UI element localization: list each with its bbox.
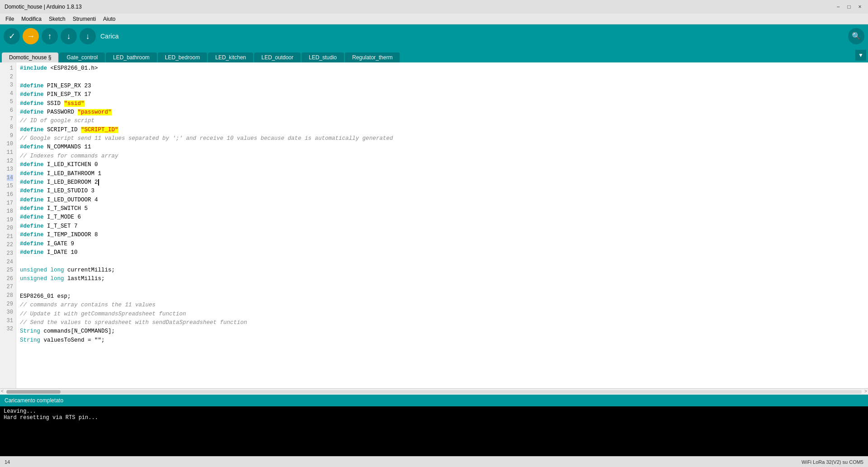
menu-strumenti[interactable]: Strumenti (69, 15, 99, 23)
tab-gate-control[interactable]: Gate_control (59, 52, 105, 62)
tabs-bar: Domotic_house § Gate_control LED_bathroo… (0, 48, 868, 62)
tabs-scroll-button[interactable]: ▼ (855, 50, 866, 61)
menubar: File Modifica Sketch Strumenti Aiuto (0, 14, 868, 24)
upload-button[interactable]: → (23, 28, 39, 44)
new-button[interactable]: ↑ (42, 28, 58, 44)
editor-area: 1234567891011121314151617181920212223242… (0, 62, 868, 395)
status-text: Caricamento completato (5, 397, 863, 404)
save-button[interactable]: ↓ (80, 28, 96, 44)
code-content[interactable]: #include <ESP8266_01.h> #define PIN_ESP_… (16, 62, 868, 388)
horizontal-scrollbar[interactable]: < > (0, 388, 868, 395)
maximize-button[interactable]: □ (845, 3, 853, 10)
scroll-thumb[interactable] (6, 390, 61, 394)
console-line1: Leaving... (4, 408, 864, 415)
tab-regulator-therm[interactable]: Regulator_therm (345, 52, 400, 62)
search-button[interactable]: 🔍 (848, 28, 864, 44)
open-button[interactable]: ↓ (61, 28, 77, 44)
menu-modifica[interactable]: Modifica (18, 15, 45, 23)
tab-led-kitchen[interactable]: LED_kitchen (208, 52, 253, 62)
window-controls: − □ × (835, 3, 863, 10)
bottom-bar: 14 WiFi LoRa 32(V2) su COM5 (0, 456, 868, 467)
console-area: Leaving... Hard resetting via RTS pin... (0, 406, 868, 456)
verify-button[interactable]: ✓ (4, 28, 20, 44)
tab-led-studio[interactable]: LED_studio (302, 52, 344, 62)
app-title: Domotic_house | Arduino 1.8.13 (5, 4, 82, 10)
line-numbers: 1234567891011121314151617181920212223242… (0, 62, 16, 388)
console-line2: Hard resetting via RTS pin... (4, 415, 864, 421)
tab-led-bedroom[interactable]: LED_bedroom (158, 52, 207, 62)
code-container[interactable]: 1234567891011121314151617181920212223242… (0, 62, 868, 388)
toolbar: ✓ → ↑ ↓ ↓ Carica 🔍 (0, 24, 868, 48)
menu-aiuto[interactable]: Aiuto (99, 15, 119, 23)
menu-sketch[interactable]: Sketch (45, 15, 69, 23)
minimize-button[interactable]: − (835, 3, 842, 10)
board-info: WiFi LoRa 32(V2) su COM5 (802, 459, 863, 465)
scroll-track (6, 390, 862, 394)
tab-domotic-house[interactable]: Domotic_house § (2, 52, 58, 62)
close-button[interactable]: × (856, 3, 863, 10)
tab-led-bathroom[interactable]: LED_bathroom (106, 52, 157, 62)
carica-label: Carica (100, 33, 118, 40)
status-bar: Caricamento completato (0, 395, 868, 406)
menu-file[interactable]: File (2, 15, 18, 23)
tab-led-outdoor[interactable]: LED_outdoor (254, 52, 301, 62)
line-indicator: 14 (5, 459, 10, 465)
titlebar: Domotic_house | Arduino 1.8.13 − □ × (0, 0, 868, 14)
